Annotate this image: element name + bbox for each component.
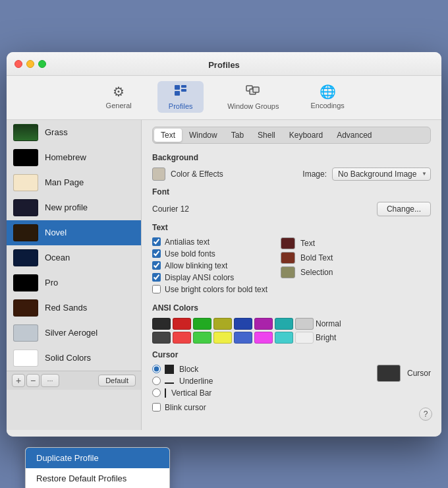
font-row: Courier 12 Change...: [152, 202, 431, 216]
thumb-manpage: [13, 174, 38, 191]
blinking-checkbox[interactable]: [152, 261, 161, 270]
ansi-bright-3[interactable]: [213, 332, 232, 344]
ansi-bright-4[interactable]: [234, 332, 252, 344]
image-select[interactable]: No Background Image: [332, 168, 431, 181]
ansi-bright-1[interactable]: [173, 332, 191, 344]
sidebar-item-man-page[interactable]: Man Page: [7, 170, 141, 195]
dropdown-item-restore[interactable]: Restore Default Profiles: [26, 468, 169, 489]
tab-advanced[interactable]: Advanced: [330, 129, 378, 142]
checkbox-antialias: Antialias text: [152, 237, 267, 247]
cursor-preview-area: Cursor: [377, 365, 431, 382]
sidebar-item-silver-aerogel[interactable]: Silver Aerogel: [7, 320, 141, 346]
sidebar-item-red-sands-label: Red Sands: [45, 303, 87, 313]
bottom-bar: [7, 430, 441, 437]
sidebar-item-new-profile-label: New profile: [45, 202, 88, 212]
right-panel: Text Window Tab Shell Keyboard Advanced …: [142, 120, 441, 430]
thumb-redsands: [13, 299, 38, 317]
vertical-bar-radio[interactable]: [152, 388, 161, 397]
color-effects-label: Color & Effects: [171, 169, 223, 179]
thumb-newprofile: [13, 199, 38, 216]
ansi-bright-row: Bright: [152, 332, 431, 344]
thumb-silveraerogel: [13, 324, 38, 342]
tab-shell[interactable]: Shell: [251, 129, 282, 142]
ansi-bright-2[interactable]: [193, 332, 211, 344]
sidebar-item-pro[interactable]: Pro: [7, 270, 141, 295]
ansi-bright-5[interactable]: [254, 332, 273, 344]
sidebar-item-novel[interactable]: Novel: [7, 220, 141, 245]
sidebar-item-red-sands[interactable]: Red Sands: [7, 295, 141, 320]
ansi-normal-1[interactable]: [173, 318, 191, 330]
text-checkboxes: Antialias text Use bold fonts Allow blin…: [152, 237, 267, 297]
text-section-content: Antialias text Use bold fonts Allow blin…: [152, 237, 431, 297]
font-section-title: Font: [152, 187, 431, 197]
ansi-normal-5[interactable]: [254, 318, 273, 330]
tab-text[interactable]: Text: [154, 129, 182, 142]
tab-tab[interactable]: Tab: [225, 129, 250, 142]
tabs: Text Window Tab Shell Keyboard Advanced: [152, 127, 431, 144]
ansi-normal-3[interactable]: [213, 318, 232, 330]
background-row: Color & Effects Image: No Background Ima…: [152, 168, 431, 181]
underline-radio[interactable]: [152, 377, 161, 385]
titlebar: Profiles: [7, 52, 441, 76]
block-label: Block: [179, 365, 198, 374]
encodings-icon: 🌐: [320, 84, 336, 100]
bold-fonts-checkbox[interactable]: [152, 249, 161, 258]
sidebar-item-solid-colors[interactable]: Solid Colors: [7, 346, 141, 371]
blink-cursor-checkbox[interactable]: [152, 403, 161, 412]
dropdown-item-duplicate[interactable]: Duplicate Profile: [26, 448, 169, 468]
ansi-normal-6[interactable]: [275, 318, 293, 330]
selection-color-swatch[interactable]: [281, 266, 295, 278]
antialias-checkbox[interactable]: [152, 237, 161, 246]
more-options-button[interactable]: ···: [41, 374, 59, 387]
sidebar-item-ocean-label: Ocean: [45, 253, 70, 262]
remove-profile-button[interactable]: −: [26, 374, 40, 387]
maximize-button[interactable]: [38, 60, 46, 68]
change-font-button[interactable]: Change...: [377, 202, 431, 216]
thumb-grass: [13, 124, 38, 141]
ansi-normal-2[interactable]: [193, 318, 211, 330]
add-profile-button[interactable]: +: [12, 374, 25, 387]
thumb-novel: [13, 224, 38, 241]
ansi-checkbox[interactable]: [152, 273, 161, 282]
ansi-normal-row: Normal: [152, 318, 431, 330]
ansi-bright-7[interactable]: [295, 332, 314, 344]
bold-text-color-label: Bold Text: [300, 253, 333, 262]
minimize-button[interactable]: [26, 60, 34, 68]
ansi-normal-0[interactable]: [152, 318, 171, 330]
sidebar-item-silver-aerogel-label: Silver Aerogel: [45, 328, 98, 338]
color-effects-swatch[interactable]: [152, 168, 165, 181]
ansi-bright-6[interactable]: [275, 332, 293, 344]
sidebar-item-homebrew[interactable]: Homebrew: [7, 145, 141, 170]
ansi-normal-7[interactable]: [295, 318, 314, 330]
svg-rect-3: [175, 91, 180, 96]
toolbar-window-groups[interactable]: Window Groups: [219, 81, 287, 113]
close-button[interactable]: [14, 60, 22, 68]
toolbar-general[interactable]: ⚙ General: [96, 81, 142, 113]
underline-label: Underline: [179, 377, 213, 386]
sidebar-item-new-profile[interactable]: New profile: [7, 195, 141, 220]
cursor-options: Block Underline Vertical Bar Blin: [152, 365, 213, 415]
svg-rect-1: [181, 85, 186, 88]
sidebar-item-ocean[interactable]: Ocean: [7, 245, 141, 270]
text-color-swatch[interactable]: [281, 237, 295, 249]
tab-keyboard[interactable]: Keyboard: [283, 129, 329, 142]
radio-underline: Underline: [152, 377, 213, 386]
sidebar-list: Grass Homebrew Man Page New profile Nove…: [7, 120, 141, 371]
antialias-label: Antialias text: [165, 237, 210, 247]
sidebar-item-grass[interactable]: Grass: [7, 120, 141, 145]
toolbar-profiles[interactable]: Profiles: [157, 81, 204, 113]
bold-text-color-swatch[interactable]: [281, 252, 295, 264]
svg-rect-0: [175, 85, 180, 90]
ansi-normal-4[interactable]: [234, 318, 252, 330]
help-button[interactable]: ?: [419, 408, 432, 421]
bright-checkbox[interactable]: [152, 285, 161, 293]
ansi-bright-label: Bright: [316, 333, 345, 342]
ansi-bright-0[interactable]: [152, 332, 171, 344]
block-radio[interactable]: [152, 365, 161, 373]
tab-window[interactable]: Window: [182, 129, 224, 142]
text-color-label: Text: [300, 239, 315, 248]
default-button[interactable]: Default: [98, 375, 136, 386]
traffic-lights: [14, 60, 46, 68]
toolbar-encodings[interactable]: 🌐 Encodings: [302, 81, 352, 113]
image-select-wrapper: No Background Image: [332, 168, 431, 181]
